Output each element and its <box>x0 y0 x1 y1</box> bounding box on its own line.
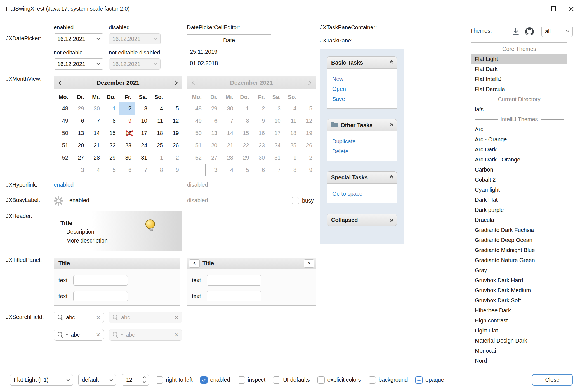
calendar-cell[interactable]: 9 <box>166 164 182 176</box>
theme-list-item[interactable]: Gray <box>471 265 567 275</box>
calendar-cell[interactable]: 3 <box>72 164 88 176</box>
text-input[interactable] <box>207 275 261 286</box>
calendar-cell[interactable]: 20 <box>72 139 88 151</box>
busy-checkbox[interactable] <box>292 197 299 204</box>
calendar-cell[interactable]: 8 <box>151 164 167 176</box>
theme-list-item[interactable]: Gradianto Midnight Blue <box>471 245 567 255</box>
theme-list-item[interactable]: Cobalt 2 <box>471 175 567 185</box>
checkbox[interactable] <box>273 376 280 384</box>
busy-checkbox-group[interactable]: busy <box>292 197 314 204</box>
theme-list-item[interactable]: Arc Dark <box>471 144 567 155</box>
search-field-with-menu[interactable]: abc × <box>54 329 104 341</box>
taskpane-header[interactable]: Basic Tasks <box>327 56 397 69</box>
calendar-cell[interactable]: 22 <box>103 139 119 151</box>
calendar-cell[interactable]: 11 <box>151 115 167 127</box>
download-icon[interactable] <box>511 27 520 36</box>
calendar-cell[interactable]: 25 <box>151 139 167 151</box>
calendar-cell[interactable]: 5 <box>166 102 182 115</box>
theme-list-item[interactable]: IntelliJ Themes <box>471 114 567 124</box>
theme-list-item[interactable]: Gruvbox Dark Hard <box>471 275 567 285</box>
taskpane-link[interactable]: Delete <box>332 146 397 156</box>
checkbox[interactable] <box>200 376 208 384</box>
calendar-cell[interactable]: 50 <box>54 127 72 139</box>
option-checkbox-group[interactable]: right-to-left <box>156 376 193 384</box>
theme-list-item[interactable]: Gruvbox Dark Soft <box>471 295 567 305</box>
calendar-cell[interactable]: 23 <box>119 139 135 151</box>
theme-list-item[interactable]: lafs <box>471 104 567 114</box>
theme-list-item[interactable]: Flat Darcula <box>471 84 567 94</box>
calendar-cell[interactable]: 10 <box>135 115 151 127</box>
theme-list-item[interactable]: Hiberbee Dark <box>471 305 567 315</box>
theme-list-item[interactable]: High contrast <box>471 315 567 326</box>
calendar-cell[interactable]: 13 <box>72 127 88 139</box>
option-checkbox-group[interactable]: background <box>369 376 408 384</box>
clear-icon[interactable]: × <box>96 314 100 321</box>
theme-list-item[interactable]: Material Design Dark <box>471 336 567 346</box>
table-row[interactable]: 25.11.2019 <box>187 46 271 58</box>
theme-list-item[interactable]: Light Flat <box>471 326 567 336</box>
theme-list-item[interactable]: Current Directory <box>471 94 567 104</box>
calendar-cell[interactable]: 17 <box>135 127 151 139</box>
calendar-cell[interactable]: 6 <box>72 115 88 127</box>
chevron-down-icon[interactable] <box>93 34 103 44</box>
theme-list-item[interactable]: Dark Flat <box>471 195 567 205</box>
themes-filter-combo[interactable]: all <box>541 26 573 37</box>
hyperlink-enabled[interactable]: enabled <box>54 182 74 188</box>
theme-list-item[interactable]: Dark purple <box>471 205 567 215</box>
search-field-enabled[interactable]: abc × <box>54 312 104 323</box>
calendar-cell[interactable]: 30 <box>119 151 135 164</box>
prev-month-button[interactable] <box>55 77 67 89</box>
theme-list-item[interactable]: Core Themes <box>471 44 567 54</box>
calendar-cell[interactable]: 52 <box>54 151 72 164</box>
text-input[interactable] <box>73 275 128 286</box>
calendar-cell[interactable]: 9 <box>119 115 135 127</box>
checkbox[interactable] <box>238 376 245 384</box>
datepicker-cell-editor-table[interactable]: Date 25.11.201901.02.2018 <box>187 34 271 69</box>
theme-list[interactable]: Core Themes Flat Light Flat Dark Flat In… <box>471 42 567 367</box>
calendar-cell[interactable]: 7 <box>135 164 151 176</box>
theme-list-item[interactable]: Flat Light <box>471 54 567 64</box>
expand-chevron-icon[interactable] <box>390 218 393 222</box>
taskpane-link[interactable]: Duplicate <box>332 136 397 146</box>
option-checkbox-group[interactable]: opaque <box>415 376 444 384</box>
calendar-cell[interactable]: 12 <box>166 115 182 127</box>
theme-list-item[interactable]: Flat IntelliJ <box>471 74 567 84</box>
taskpane-header[interactable]: Collapsed <box>327 214 397 226</box>
theme-list-item[interactable]: Dracula <box>471 215 567 225</box>
calendar-cell[interactable]: 15 <box>103 127 119 139</box>
calendar-cell[interactable]: 4 <box>88 164 103 176</box>
theme-list-item[interactable]: Arc - Orange <box>471 134 567 144</box>
calendar-cell[interactable]: 21 <box>88 139 103 151</box>
option-checkbox-group[interactable]: inspect <box>238 376 265 384</box>
calendar-cell[interactable]: 7 <box>88 115 103 127</box>
calendar-cell[interactable]: 26 <box>166 139 182 151</box>
table-row[interactable]: 01.02.2018 <box>187 58 271 69</box>
calendar-cell[interactable]: 24 <box>135 139 151 151</box>
calendar-cell[interactable]: 14 <box>88 127 103 139</box>
theme-list-item[interactable]: Monocai <box>471 346 567 356</box>
close-dialog-button[interactable]: Close <box>532 374 573 386</box>
taskpane-link[interactable]: Go to space <box>332 189 397 199</box>
monthview-enabled[interactable]: Dezember 2021 Mo.Di.Mi.Do.Fr.Sa.So. .cal… <box>54 76 182 176</box>
calendar-cell[interactable]: 5 <box>103 164 119 176</box>
collapse-chevron-icon[interactable] <box>390 123 393 127</box>
calendar-cell[interactable]: 2 <box>119 102 135 115</box>
calendar-cell[interactable]: 8 <box>103 115 119 127</box>
calendar-cell[interactable]: 1 <box>151 151 167 164</box>
checkbox[interactable] <box>369 376 376 384</box>
calendar-cell[interactable]: 6 <box>119 164 135 176</box>
theme-list-item[interactable]: Gradianto Deep Ocean <box>471 235 567 245</box>
option-checkbox-group[interactable]: UI defaults <box>273 376 310 384</box>
titledpanel-next-button[interactable]: > <box>304 259 314 268</box>
theme-list-item[interactable]: Cyan light <box>471 185 567 195</box>
chevron-down-icon[interactable] <box>93 59 103 69</box>
theme-list-item[interactable]: Flat Dark <box>471 64 567 74</box>
calendar-cell[interactable] <box>54 164 72 176</box>
minimize-button[interactable] <box>527 0 545 18</box>
calendar-cell[interactable]: 27 <box>72 151 88 164</box>
calendar-cell[interactable]: 30 <box>88 102 103 115</box>
titledpanel-prev-button[interactable]: < <box>189 259 200 268</box>
checkbox[interactable] <box>317 376 325 384</box>
calendar-cell[interactable]: 48 <box>54 102 72 115</box>
calendar-cell[interactable]: 4 <box>151 102 167 115</box>
